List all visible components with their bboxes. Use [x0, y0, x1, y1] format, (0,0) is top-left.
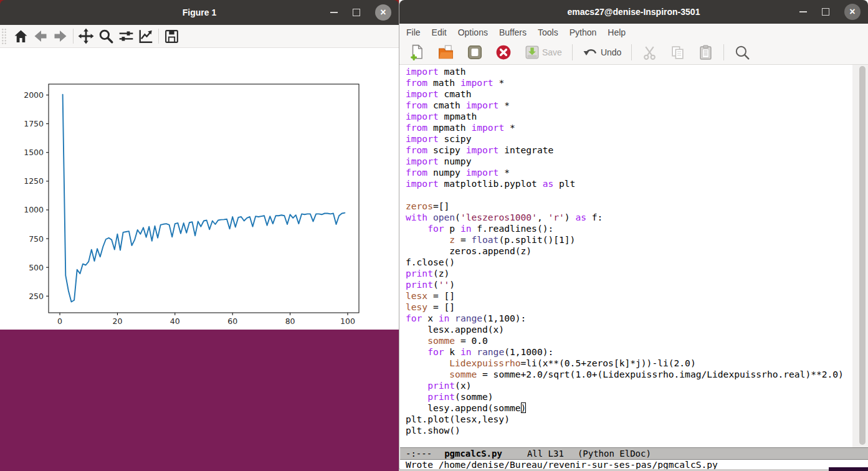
editor-buffer-area[interactable]: import math from math import * import cm… [400, 65, 868, 447]
emacs-window-title: emacs27@denise-Inspiron-3501 [399, 0, 868, 24]
emacs-menubar: File Edit Options Buffers Tools Python H… [399, 24, 868, 40]
floppy-disk-icon [164, 29, 179, 44]
toolbar-separator [723, 44, 724, 60]
configure-subplots-button[interactable] [116, 27, 136, 45]
modeline-modes: (Python ElDoc) [578, 449, 651, 459]
folder-square-icon [467, 44, 483, 60]
desktop: Figure 1 × [0, 0, 868, 471]
scrollbar-thumb[interactable] [859, 66, 866, 445]
svg-text:250: 250 [29, 292, 44, 301]
editor-buffer[interactable]: import math from math import * import cm… [400, 65, 868, 436]
home-button[interactable] [11, 27, 31, 45]
chart-line [63, 95, 345, 302]
svg-text:60: 60 [227, 316, 237, 326]
zoom-button[interactable] [96, 27, 116, 45]
close-buffer-button[interactable] [495, 42, 512, 62]
menu-item-edit[interactable]: Edit [426, 27, 452, 37]
figure-toolbar [0, 25, 399, 48]
save-disk-icon [524, 44, 540, 60]
open-folder-icon [437, 44, 454, 60]
magnifier-icon [98, 28, 114, 44]
modeline-position: All L31 [527, 449, 564, 459]
figure-titlebar[interactable]: Figure 1 × [0, 0, 399, 25]
echo-area: Wrote /home/denise/Bureau/revenir-sur-se… [400, 460, 868, 469]
back-button[interactable] [31, 27, 50, 45]
paste-button[interactable] [698, 42, 713, 62]
svg-text:80: 80 [285, 316, 295, 326]
pan-button[interactable] [76, 27, 96, 45]
figure-window: Figure 1 × [0, 0, 399, 330]
figure-window-controls: × [330, 0, 391, 25]
menu-item-python[interactable]: Python [564, 27, 603, 37]
svg-text:2000: 2000 [24, 90, 44, 100]
new-file-button[interactable] [409, 42, 425, 62]
sliders-icon [118, 28, 135, 44]
new-file-icon [409, 44, 425, 61]
dired-button[interactable] [467, 42, 483, 62]
cut-button[interactable] [642, 42, 657, 62]
svg-text:1750: 1750 [24, 119, 44, 128]
svg-text:1000: 1000 [24, 205, 44, 214]
line-chart-icon [138, 28, 155, 44]
svg-text:500: 500 [29, 263, 44, 272]
save-button-label: Save [542, 47, 562, 57]
undo-button-label: Undo [601, 47, 621, 57]
forward-arrow-icon [52, 29, 69, 44]
open-file-button[interactable] [437, 42, 454, 62]
scissors-icon [642, 45, 657, 60]
close-button[interactable]: × [375, 4, 391, 21]
emacs-window: emacs27@denise-Inspiron-3501 × File Edit… [399, 0, 868, 469]
svg-text:40: 40 [170, 316, 180, 326]
svg-text:1250: 1250 [24, 176, 44, 186]
forward-button[interactable] [50, 27, 70, 45]
toolbar-separator [73, 29, 74, 44]
clipboard-icon [698, 44, 713, 60]
menu-item-help[interactable]: Help [602, 27, 631, 37]
toolbar-grip-handle[interactable] [1, 28, 7, 44]
scrollbar-trough[interactable] [852, 65, 868, 447]
maximize-button[interactable] [353, 9, 360, 16]
figure-canvas[interactable]: 0204060801002505007501000125015001750200… [0, 48, 399, 330]
back-arrow-icon [32, 29, 49, 44]
modeline: -:--- pgmcalcS.py All L31 (Python ElDoc) [400, 447, 868, 460]
search-icon [734, 44, 750, 60]
modeline-prefix: -:--- [406, 449, 432, 459]
search-button[interactable] [734, 42, 750, 62]
svg-text:750: 750 [29, 234, 44, 244]
toolbar-separator [572, 44, 573, 60]
menu-item-file[interactable]: File [401, 27, 426, 37]
pan-icon [78, 28, 94, 44]
desktop-bottom-corner [829, 467, 868, 471]
menu-item-options[interactable]: Options [452, 27, 494, 37]
close-button[interactable]: × [844, 4, 861, 20]
svg-text:100: 100 [340, 316, 355, 326]
svg-text:0: 0 [57, 316, 62, 326]
emacs-window-controls: × [799, 0, 861, 24]
home-icon [13, 29, 29, 44]
save-figure-button[interactable] [161, 27, 181, 45]
edit-parameters-button[interactable] [136, 27, 156, 45]
toolbar-separator [158, 29, 159, 44]
save-buffer-button[interactable]: Save [524, 42, 562, 62]
svg-text:20: 20 [112, 316, 122, 326]
minimize-button[interactable] [799, 11, 807, 12]
emacs-toolbar: Save Undo [399, 40, 868, 65]
toolbar-separator [631, 44, 632, 60]
copy-pages-icon [670, 45, 685, 60]
menu-item-buffers[interactable]: Buffers [494, 27, 532, 37]
svg-text:1500: 1500 [24, 148, 44, 157]
close-circle-icon [495, 44, 512, 60]
minimize-button[interactable] [330, 12, 338, 13]
undo-arrow-icon [583, 45, 599, 60]
emacs-titlebar[interactable]: emacs27@denise-Inspiron-3501 × [399, 0, 868, 24]
maximize-button[interactable] [822, 8, 829, 16]
figure-canvas-svg[interactable]: 0204060801002505007501000125015001750200… [0, 48, 399, 330]
modeline-buffer-name: pgmcalcS.py [444, 449, 502, 459]
undo-button[interactable]: Undo [583, 42, 621, 62]
menu-item-tools[interactable]: Tools [532, 27, 564, 37]
copy-button[interactable] [670, 42, 685, 62]
